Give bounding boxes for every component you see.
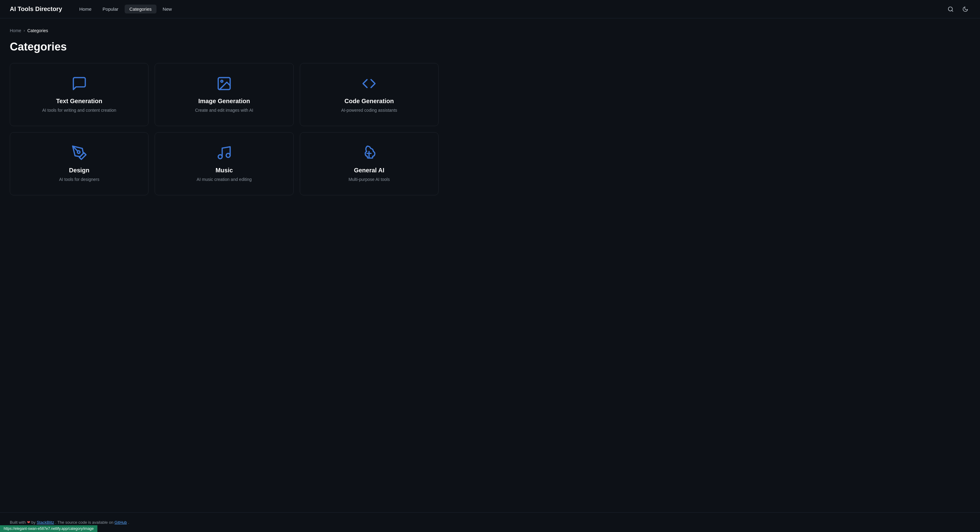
svg-point-3 — [221, 80, 223, 83]
search-button[interactable] — [946, 4, 956, 14]
image-generation-name: Image Generation — [199, 98, 250, 105]
general-ai-icon — [361, 145, 377, 161]
nav-new[interactable]: New — [158, 5, 177, 13]
code-generation-desc: AI-powered coding assistants — [341, 107, 397, 114]
category-card-music[interactable]: Music AI music creation and editing — [155, 132, 293, 195]
footer: Built with ❤ by StackBlitz . The source … — [0, 512, 980, 532]
text-generation-name: Text Generation — [56, 98, 102, 105]
moon-icon — [962, 6, 968, 12]
svg-line-1 — [952, 10, 953, 11]
image-generation-icon — [216, 76, 232, 92]
footer-heart: ❤ — [27, 520, 30, 525]
footer-text-by: by — [31, 520, 37, 525]
categories-grid: Text Generation AI tools for writing and… — [10, 63, 439, 195]
brand[interactable]: AI Tools Directory — [10, 5, 62, 13]
music-desc: AI music creation and editing — [197, 176, 252, 183]
footer-text-end: . — [128, 520, 129, 525]
footer-text-middle: . The source code is available on — [55, 520, 113, 525]
navbar: AI Tools Directory Home Popular Categori… — [0, 0, 980, 18]
nav-categories[interactable]: Categories — [125, 5, 157, 13]
image-generation-desc: Create and edit images with AI — [195, 107, 253, 114]
design-desc: AI tools for designers — [59, 176, 100, 183]
page-title: Categories — [10, 40, 970, 53]
code-generation-name: Code Generation — [345, 98, 394, 105]
category-card-image-generation[interactable]: Image Generation Create and edit images … — [155, 63, 293, 126]
design-name: Design — [69, 167, 89, 174]
category-card-text-generation[interactable]: Text Generation AI tools for writing and… — [10, 63, 148, 126]
design-icon — [72, 145, 87, 161]
search-icon — [948, 6, 954, 12]
main-content: Home › Categories Categories Text Genera… — [0, 18, 980, 512]
music-name: Music — [216, 167, 233, 174]
navbar-actions — [946, 4, 970, 14]
nav-home[interactable]: Home — [75, 5, 97, 13]
category-card-code-generation[interactable]: Code Generation AI-powered coding assist… — [300, 63, 439, 126]
svg-point-4 — [77, 151, 80, 154]
nav-links: Home Popular Categories New — [75, 5, 946, 13]
breadcrumb-home[interactable]: Home — [10, 28, 21, 33]
footer-github-link[interactable]: GitHub — [115, 520, 127, 525]
breadcrumb-current: Categories — [27, 28, 48, 33]
category-card-general-ai[interactable]: General AI Multi-purpose AI tools — [300, 132, 439, 195]
status-bar-url: https://elegant-swan-e587e7.netlify.app/… — [4, 527, 94, 531]
breadcrumb: Home › Categories — [10, 28, 970, 33]
general-ai-name: General AI — [354, 167, 384, 174]
footer-stackblitz-link[interactable]: StackBlitz — [37, 520, 54, 525]
text-generation-desc: AI tools for writing and content creatio… — [42, 107, 116, 114]
general-ai-desc: Multi-purpose AI tools — [348, 176, 390, 183]
music-icon — [216, 145, 232, 161]
status-bar: https://elegant-swan-e587e7.netlify.app/… — [0, 525, 97, 532]
code-generation-icon — [361, 76, 377, 92]
text-generation-icon — [72, 76, 87, 92]
theme-toggle-button[interactable] — [960, 4, 970, 14]
svg-point-5 — [218, 155, 222, 159]
footer-text-before: Built with — [10, 520, 26, 525]
breadcrumb-separator: › — [24, 29, 25, 33]
category-card-design[interactable]: Design AI tools for designers — [10, 132, 148, 195]
nav-popular[interactable]: Popular — [98, 5, 123, 13]
